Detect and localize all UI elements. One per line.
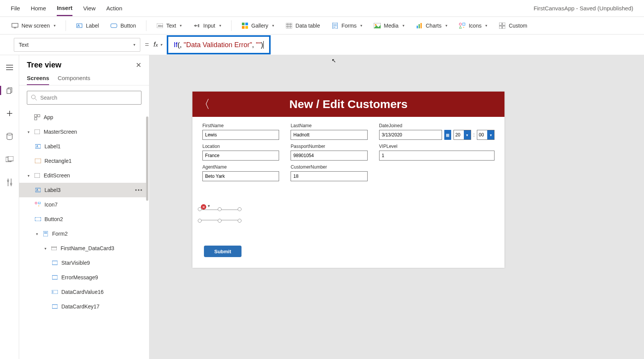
label-button[interactable]: Label xyxy=(72,20,103,31)
gallery-dropdown[interactable]: Gallery ▾ xyxy=(238,20,278,31)
tree-item-errormessage[interactable]: ErrorMessage9 xyxy=(19,270,147,285)
field-customernumber: CustomerNumber xyxy=(291,164,367,181)
textinput-icon xyxy=(51,289,58,295)
tree-item-masterscreen[interactable]: ▾ MasterScreen xyxy=(19,125,147,139)
input-dropdown[interactable]: Input ▾ xyxy=(189,20,225,31)
tree-view-panel: Tree view ✕ Screens Components App ▾ Mas… xyxy=(19,55,150,359)
close-icon[interactable]: ✕ xyxy=(136,61,141,69)
cursor-icon: ↖ xyxy=(332,57,336,64)
svg-text:+: + xyxy=(38,205,39,207)
chevron-down-icon[interactable]: ▾ xyxy=(26,174,31,178)
charts-dropdown[interactable]: Charts ▾ xyxy=(412,20,451,31)
svg-rect-12 xyxy=(245,23,248,25)
rail-data[interactable] xyxy=(3,130,16,143)
label-icon xyxy=(51,259,58,266)
forms-dropdown[interactable]: Forms ▾ xyxy=(328,20,366,31)
svg-rect-71 xyxy=(52,290,58,294)
new-screen-button[interactable]: New screen ▾ xyxy=(8,20,59,31)
rail-advanced[interactable] xyxy=(3,176,16,189)
menu-action[interactable]: Action xyxy=(106,1,122,15)
screen-icon xyxy=(34,128,41,135)
gallery-icon xyxy=(242,22,248,29)
error-badge-icon[interactable]: ✕ xyxy=(201,204,206,210)
hour-select[interactable]: 20▾ xyxy=(453,130,471,140)
svg-point-25 xyxy=(375,24,376,26)
label-btn-label: Label xyxy=(86,23,99,29)
svg-rect-33 xyxy=(503,23,505,25)
tree-item-datacard[interactable]: ▾ FirstName_DataCard3 xyxy=(19,241,147,256)
svg-point-29 xyxy=(459,23,462,25)
vip-input[interactable] xyxy=(379,151,495,161)
scrollbar[interactable] xyxy=(146,116,148,201)
custom-dropdown[interactable]: Custom xyxy=(495,20,531,31)
calendar-icon[interactable]: ▦ xyxy=(444,130,451,140)
app-status: FirstCanvasApp - Saved (Unpublished) xyxy=(534,5,633,11)
tree-item-icon7[interactable]: + Icon7 xyxy=(19,197,147,212)
back-icon[interactable]: 〈 xyxy=(199,97,214,112)
custnum-input[interactable] xyxy=(291,171,367,181)
field-location: Location xyxy=(202,144,279,161)
passport-input[interactable] xyxy=(291,151,367,161)
tree-item-starvisible[interactable]: StarVisible9 xyxy=(19,256,147,270)
agent-input[interactable] xyxy=(202,171,279,181)
svg-rect-56 xyxy=(35,144,41,148)
button-button[interactable]: Button xyxy=(107,20,140,31)
tree-item-rectangle1[interactable]: Rectangle1 xyxy=(19,154,147,168)
tree-item-label3[interactable]: Label3 ••• xyxy=(19,183,147,197)
svg-rect-73 xyxy=(52,305,58,308)
chevron-down-icon[interactable]: ▾ xyxy=(34,232,39,236)
fx-button[interactable]: fx ▾ xyxy=(154,41,163,49)
chevron-down-icon[interactable]: ▾ xyxy=(43,246,48,251)
menu-insert[interactable]: Insert xyxy=(57,1,72,16)
firstname-input[interactable] xyxy=(202,130,279,140)
location-input[interactable] xyxy=(202,151,279,161)
tree-item-datacardkey[interactable]: DataCardKey17 xyxy=(19,299,147,314)
rail-media[interactable] xyxy=(3,153,16,166)
tree-item-app[interactable]: App xyxy=(19,110,147,125)
svg-point-60 xyxy=(35,202,37,204)
menu-home[interactable]: Home xyxy=(31,1,46,15)
svg-rect-13 xyxy=(242,26,245,29)
chevron-down-icon[interactable]: ▾ xyxy=(26,130,31,134)
chevron-down-icon: ▾ xyxy=(180,23,182,28)
svg-rect-27 xyxy=(419,24,420,28)
minute-select[interactable]: 00▾ xyxy=(477,130,495,140)
label-icon xyxy=(76,22,83,29)
icons-dropdown[interactable]: + Icons ▾ xyxy=(455,20,491,31)
tree-list: App ▾ MasterScreen Label1 Rectangle1 ▾ E… xyxy=(19,110,149,359)
rail-hamburger[interactable] xyxy=(3,61,16,74)
data-table-button[interactable]: Data table xyxy=(282,20,324,31)
table-icon xyxy=(286,22,292,29)
property-selector[interactable]: Text ▾ xyxy=(14,38,140,52)
menu-file[interactable]: File xyxy=(11,1,20,15)
svg-rect-28 xyxy=(421,23,422,28)
tree-item-editscreen[interactable]: ▾ EditScreen xyxy=(19,168,147,183)
tree-item-form2[interactable]: ▾ Form2 xyxy=(19,226,147,241)
more-icon[interactable]: ••• xyxy=(135,187,143,193)
search-input[interactable] xyxy=(40,95,137,101)
menu-view[interactable]: View xyxy=(83,1,95,15)
chevron-down-icon[interactable]: ▾ xyxy=(208,203,210,208)
chevron-down-icon: ▾ xyxy=(272,23,274,28)
tree-item-datacardvalue[interactable]: DataCardValue16 xyxy=(19,285,147,299)
new-screen-label: New screen xyxy=(21,23,50,29)
formula-input[interactable]: If(, "Data Validation Error", "") xyxy=(167,35,271,54)
submit-button[interactable]: Submit xyxy=(204,246,242,257)
date-input[interactable] xyxy=(379,130,442,140)
tree-search[interactable] xyxy=(27,91,141,105)
forms-btn-label: Forms xyxy=(342,23,357,29)
media-dropdown[interactable]: Media ▾ xyxy=(370,20,408,31)
lastname-input[interactable] xyxy=(291,130,367,140)
tab-screens[interactable]: Screens xyxy=(27,75,49,85)
tab-components[interactable]: Components xyxy=(58,75,90,85)
selected-control[interactable]: ✕ ▾ xyxy=(198,207,242,223)
field-vip: VIPLevel xyxy=(379,144,495,161)
tree-item-label1[interactable]: Label1 xyxy=(19,139,147,154)
rail-tree-view[interactable] xyxy=(3,84,16,97)
rail-insert[interactable] xyxy=(3,107,16,120)
svg-text:Abc: Abc xyxy=(158,24,163,28)
svg-rect-14 xyxy=(245,26,248,29)
text-dropdown[interactable]: Abc Text ▾ xyxy=(153,20,186,31)
tree-item-button2[interactable]: Button2 xyxy=(19,212,147,226)
svg-rect-3 xyxy=(111,24,117,28)
